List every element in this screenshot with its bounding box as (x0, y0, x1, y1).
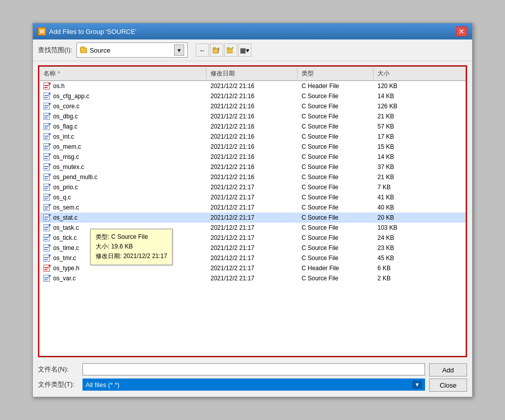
file-name: os_sem.c (39, 203, 206, 212)
tooltip-date-label: 修改日期: (96, 253, 121, 260)
file-name: os_int.c (39, 132, 206, 141)
dialog: W Add Files to Group 'SOURCE' ✕ 查找范围(I):… (32, 23, 473, 397)
file-type: C Source File (298, 203, 373, 212)
col-header-date[interactable]: 修改日期 (206, 68, 298, 79)
file-type: C Source File (298, 102, 373, 111)
file-icon (44, 214, 51, 221)
file-name: os_q.c (39, 193, 206, 202)
file-type: C Source File (298, 274, 373, 283)
table-row[interactable]: os_sem.c 2021/12/2 21:17 C Source File 4… (39, 202, 466, 213)
file-size: 6 KB (373, 264, 424, 273)
file-name: os_mem.c (39, 142, 206, 151)
file-icon (44, 204, 51, 211)
folder-icon (80, 48, 87, 53)
file-date: 2021/12/2 21:17 (206, 193, 298, 202)
file-icon (44, 234, 51, 241)
table-row[interactable]: os_msg.c 2021/12/2 21:16 C Source File 1… (39, 152, 466, 162)
file-size: 41 KB (373, 193, 424, 202)
table-row[interactable]: os.h 2021/12/2 21:16 C Header File 120 K… (39, 81, 466, 91)
up-folder-button[interactable] (210, 44, 223, 57)
file-size: 103 KB (373, 223, 424, 232)
file-icon (44, 255, 51, 262)
table-row[interactable]: os_cfg_app.c 2021/12/2 21:16 C Source Fi… (39, 91, 466, 101)
table-row[interactable]: os_mem.c 2021/12/2 21:16 C Source File 1… (39, 142, 466, 152)
table-row[interactable]: os_dbg.c 2021/12/2 21:16 C Source File 2… (39, 111, 466, 121)
file-date: 2021/12/2 21:16 (206, 173, 298, 182)
view-button[interactable]: ▦▾ (238, 44, 251, 57)
tooltip-size-value: 19.6 KB (111, 243, 133, 250)
table-row[interactable]: os_int.c 2021/12/2 21:16 C Source File 1… (39, 132, 466, 142)
filename-label: 文件名(N): (38, 365, 78, 374)
file-name: os_core.c (39, 102, 206, 111)
file-date: 2021/12/2 21:17 (206, 183, 298, 192)
file-type: C Source File (298, 142, 373, 151)
file-name: os_msg.c (39, 152, 206, 161)
close-button[interactable]: Close (429, 379, 467, 392)
bottom-section: 文件名(N): 文件类型(T): All files (*.*) ▼ Add C… (33, 361, 472, 397)
file-date: 2021/12/2 21:16 (206, 81, 298, 91)
col-header-name[interactable]: 名称 ^ (39, 68, 206, 79)
file-icon (44, 133, 51, 140)
filetype-arrow-icon[interactable]: ▼ (412, 381, 422, 389)
file-icon (44, 163, 51, 171)
file-date: 2021/12/2 21:17 (206, 254, 298, 263)
file-icon (44, 194, 51, 201)
dialog-title: Add Files to Group 'SOURCE' (49, 28, 137, 35)
svg-rect-1 (213, 48, 216, 49)
lookup-label: 查找范围(I): (38, 46, 72, 55)
new-folder-button[interactable]: * (224, 44, 237, 57)
table-row[interactable]: os_q.c 2021/12/2 21:17 C Source File 41 … (39, 192, 466, 202)
table-row[interactable]: os_core.c 2021/12/2 21:16 C Source File … (39, 101, 466, 111)
filetype-value: All files (*.*) (86, 381, 119, 389)
table-row[interactable]: os_flag.c 2021/12/2 21:16 C Source File … (39, 121, 466, 132)
add-button[interactable]: Add (429, 363, 467, 376)
file-date: 2021/12/2 21:17 (206, 243, 298, 253)
close-icon[interactable]: ✕ (456, 26, 467, 36)
table-row[interactable]: os_var.c 2021/12/2 21:17 C Source File 2… (39, 273, 466, 283)
folder-dropdown[interactable]: Source ▼ (76, 43, 188, 58)
col-header-size[interactable]: 大小 (373, 68, 424, 79)
filetype-select[interactable]: All files (*.*) ▼ (82, 379, 425, 391)
file-date: 2021/12/2 21:16 (206, 102, 298, 111)
file-type: C Source File (298, 193, 373, 202)
table-row[interactable]: os_stat.c 2021/12/2 21:17 C Source File … (39, 213, 466, 223)
file-type: C Source File (298, 183, 373, 192)
file-icon (44, 224, 51, 231)
file-icon (44, 244, 51, 251)
file-type: C Source File (298, 112, 373, 121)
file-type: C Source File (298, 132, 373, 141)
dropdown-arrow-icon[interactable]: ▼ (174, 45, 184, 56)
file-size: 126 KB (373, 102, 424, 111)
table-row[interactable]: os_prio.c 2021/12/2 21:17 C Source File … (39, 182, 466, 192)
main-area: 名称 ^ 修改日期 类型 大小 (33, 61, 472, 361)
file-type: C Source File (298, 223, 373, 232)
file-type: C Header File (298, 81, 373, 91)
file-date: 2021/12/2 21:17 (206, 223, 298, 232)
file-date: 2021/12/2 21:16 (206, 92, 298, 101)
col-header-type[interactable]: 类型 (298, 68, 373, 79)
tooltip-type-value: C Source File (111, 233, 148, 240)
file-type: C Source File (298, 92, 373, 101)
file-icon (44, 143, 51, 150)
file-size: 37 KB (373, 162, 424, 172)
file-size: 14 KB (373, 152, 424, 161)
bottom-fields: 文件名(N): 文件类型(T): All files (*.*) ▼ (38, 363, 425, 391)
table-row[interactable]: os_pend_multi.c 2021/12/2 21:16 C Source… (39, 172, 466, 182)
action-buttons: Add Close (429, 363, 467, 392)
file-date: 2021/12/2 21:16 (206, 162, 298, 172)
file-date: 2021/12/2 21:17 (206, 264, 298, 273)
file-size: 21 KB (373, 173, 424, 182)
svg-marker-2 (218, 47, 220, 49)
file-name: os_var.c (39, 274, 206, 283)
file-tooltip: 类型: C Source File 大小: 19.6 KB 修改日期: 2021… (90, 229, 173, 265)
file-list-body[interactable]: os.h 2021/12/2 21:16 C Header File 120 K… (39, 81, 466, 356)
table-row[interactable]: os_mutex.c 2021/12/2 21:16 C Source File… (39, 162, 466, 172)
file-type: C Source File (298, 243, 373, 253)
file-list-header: 名称 ^ 修改日期 类型 大小 (39, 67, 466, 81)
file-type: C Source File (298, 233, 373, 242)
filename-row: 文件名(N): (38, 363, 425, 375)
file-icon (44, 123, 51, 130)
filename-input[interactable] (82, 363, 425, 375)
back-button[interactable]: ← (196, 44, 209, 57)
file-icon (44, 82, 51, 90)
